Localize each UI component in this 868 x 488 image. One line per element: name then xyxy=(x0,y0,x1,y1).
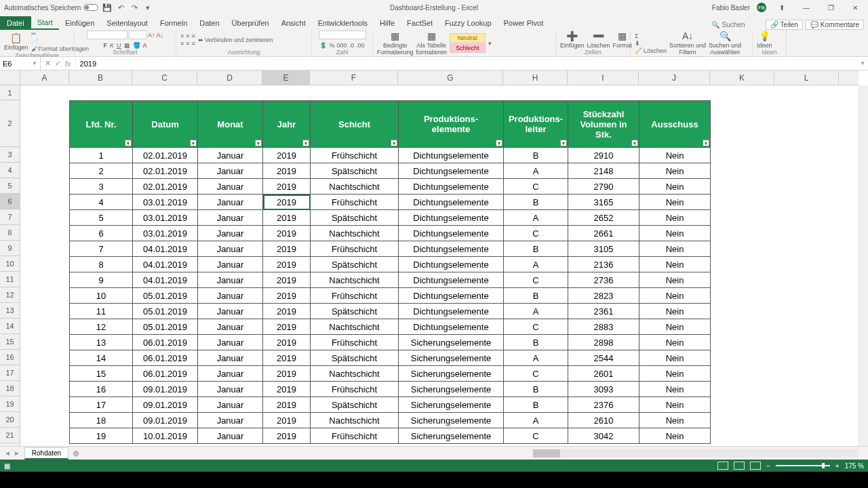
table-cell[interactable]: Dichtungselemente xyxy=(399,304,504,319)
table-cell[interactable]: Januar xyxy=(198,163,263,179)
table-cell[interactable]: Spätschicht xyxy=(311,350,399,366)
table-cell[interactable]: 2019 xyxy=(263,319,311,335)
column-header-E[interactable]: E xyxy=(262,70,310,85)
column-header-I[interactable]: I xyxy=(568,70,639,85)
table-cell[interactable]: Nachtschicht xyxy=(311,226,399,241)
table-cell[interactable]: Frühschicht xyxy=(311,241,399,257)
tab-hilfe[interactable]: Hilfe xyxy=(374,16,401,30)
table-cell[interactable]: 2883 xyxy=(568,319,639,335)
table-cell[interactable]: Frühschicht xyxy=(311,428,399,444)
column-header-D[interactable]: D xyxy=(197,70,262,85)
number-format-select[interactable] xyxy=(319,30,366,39)
table-header[interactable]: Lfd. Nr.▼ xyxy=(70,101,133,148)
table-cell[interactable]: 2019 xyxy=(263,163,311,179)
tab-seitenlayout[interactable]: Seitenlayout xyxy=(100,16,154,30)
fill-color-button[interactable]: 🪣 xyxy=(133,42,140,49)
table-cell[interactable]: Dichtungselemente xyxy=(399,226,504,241)
table-cell[interactable]: B xyxy=(504,382,568,397)
tab-power pivot[interactable]: Power Pivot xyxy=(498,16,550,30)
table-cell[interactable]: Nein xyxy=(639,288,711,304)
table-cell[interactable]: Dichtungselemente xyxy=(399,272,504,288)
zoom-level[interactable]: 175 % xyxy=(845,462,864,470)
table-cell[interactable]: 2019 xyxy=(263,366,311,382)
table-header[interactable]: Produktions-leiter▼ xyxy=(504,101,568,148)
table-cell[interactable]: Frühschicht xyxy=(311,335,399,350)
table-cell[interactable]: Januar xyxy=(198,179,263,195)
table-cell[interactable]: 11 xyxy=(70,304,133,319)
tab-entwicklertools[interactable]: Entwicklertools xyxy=(312,16,374,30)
table-cell[interactable]: 3093 xyxy=(568,382,639,397)
user-name[interactable]: Fabio Basler xyxy=(712,4,750,12)
row-header-19[interactable]: 19 xyxy=(0,396,20,412)
table-cell[interactable]: A xyxy=(504,350,568,366)
column-header-L[interactable]: L xyxy=(774,70,839,85)
table-cell[interactable]: Dichtungselemente xyxy=(399,241,504,257)
table-cell[interactable]: Sicherungselemente xyxy=(399,397,504,413)
table-cell[interactable]: 3042 xyxy=(568,428,639,444)
table-cell[interactable]: Januar xyxy=(198,272,263,288)
italic-button[interactable]: K xyxy=(110,42,114,49)
filter-icon[interactable]: ▼ xyxy=(255,140,262,146)
close-button[interactable]: ✕ xyxy=(846,1,864,14)
row-header-12[interactable]: 12 xyxy=(0,287,20,303)
underline-button[interactable]: U xyxy=(117,42,121,49)
table-cell[interactable]: Januar xyxy=(198,210,263,226)
styles-more-icon[interactable]: ▾ xyxy=(488,40,492,47)
table-cell[interactable]: 2019 xyxy=(263,195,311,210)
view-page-layout-icon[interactable] xyxy=(734,462,745,470)
share-button[interactable]: 🔗 Teilen xyxy=(766,20,803,30)
vertical-scrollbar[interactable] xyxy=(859,85,868,446)
table-cell[interactable]: Nein xyxy=(639,163,711,179)
table-cell[interactable]: 2610 xyxy=(568,413,639,428)
table-cell[interactable]: 09.01.2019 xyxy=(133,397,198,413)
table-cell[interactable]: Nachtschicht xyxy=(311,179,399,195)
fill-button[interactable]: ⬇ xyxy=(635,40,667,47)
table-cell[interactable]: 13 xyxy=(70,335,133,350)
column-header-A[interactable]: A xyxy=(20,70,69,85)
table-cell[interactable]: Nein xyxy=(639,148,711,163)
table-cell[interactable]: 04.01.2019 xyxy=(133,257,198,272)
table-cell[interactable]: Januar xyxy=(198,428,263,444)
table-cell[interactable]: B xyxy=(504,335,568,350)
table-cell[interactable]: 05.01.2019 xyxy=(133,288,198,304)
column-header-B[interactable]: B xyxy=(69,70,132,85)
table-cell[interactable]: 02.01.2019 xyxy=(133,148,198,163)
column-header-F[interactable]: F xyxy=(310,70,398,85)
increase-decimal-icon[interactable]: .0 xyxy=(349,42,355,49)
ribbon-display-icon[interactable]: ⬆ xyxy=(773,1,791,14)
table-cell[interactable]: 2823 xyxy=(568,288,639,304)
table-cell[interactable]: Dichtungselemente xyxy=(399,257,504,272)
cell-style-neutral[interactable]: Neutral xyxy=(450,33,486,43)
table-cell[interactable]: 09.01.2019 xyxy=(133,382,198,397)
table-cell[interactable]: Januar xyxy=(198,288,263,304)
table-cell[interactable]: Nein xyxy=(639,304,711,319)
row-header-3[interactable]: 3 xyxy=(0,147,20,163)
row-header-15[interactable]: 15 xyxy=(0,334,20,350)
table-cell[interactable]: Januar xyxy=(198,241,263,257)
table-cell[interactable]: 05.01.2019 xyxy=(133,304,198,319)
table-cell[interactable]: A xyxy=(504,210,568,226)
table-cell[interactable]: 2136 xyxy=(568,257,639,272)
table-header[interactable]: Schicht▼ xyxy=(311,101,399,148)
column-header-J[interactable]: J xyxy=(639,70,710,85)
table-cell[interactable]: Dichtungselemente xyxy=(399,288,504,304)
table-cell[interactable]: Nein xyxy=(639,195,711,210)
table-header[interactable]: Produktions-elemente▼ xyxy=(399,101,504,148)
tab-ansicht[interactable]: Ansicht xyxy=(275,16,312,30)
table-cell[interactable]: B xyxy=(504,288,568,304)
table-cell[interactable]: C xyxy=(504,179,568,195)
table-cell[interactable]: 02.01.2019 xyxy=(133,163,198,179)
table-cell[interactable]: Frühschicht xyxy=(311,195,399,210)
increase-font-icon[interactable]: A↑ xyxy=(148,30,155,39)
table-cell[interactable]: 2019 xyxy=(263,350,311,366)
table-cell[interactable]: 2019 xyxy=(263,257,311,272)
column-header-K[interactable]: K xyxy=(710,70,774,85)
table-cell[interactable]: C xyxy=(504,272,568,288)
table-cell[interactable]: Nachtschicht xyxy=(311,413,399,428)
filter-icon[interactable]: ▼ xyxy=(125,140,132,146)
table-cell[interactable]: 03.01.2019 xyxy=(133,226,198,241)
table-cell[interactable]: 2019 xyxy=(263,382,311,397)
table-cell[interactable]: 2 xyxy=(70,163,133,179)
tab-file[interactable]: Datei xyxy=(0,16,31,30)
clear-button[interactable]: 🧹 Löschen xyxy=(635,47,667,54)
